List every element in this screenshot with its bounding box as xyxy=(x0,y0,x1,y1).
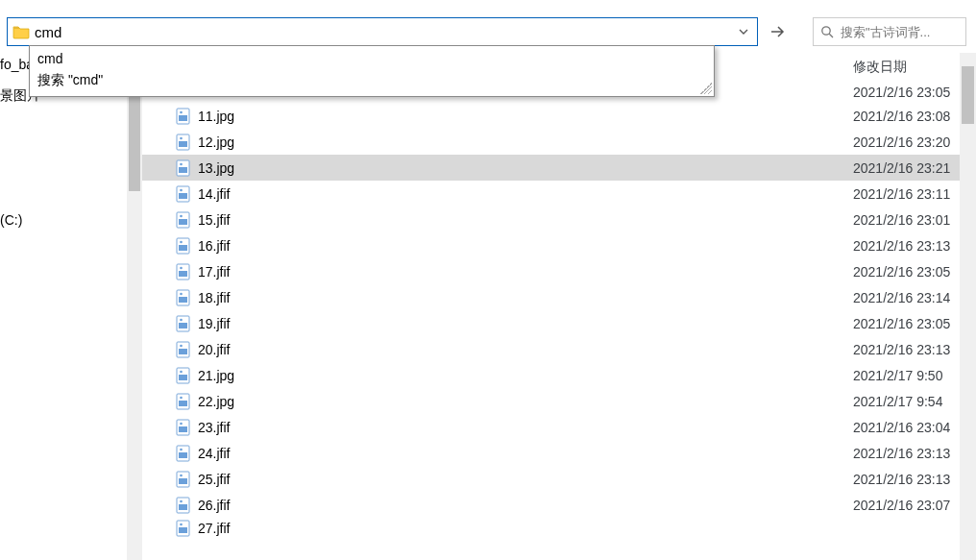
image-file-icon xyxy=(175,315,192,332)
nav-scrollbar[interactable] xyxy=(127,53,142,560)
image-file-icon xyxy=(175,497,192,514)
file-row[interactable]: 21.jpg2021/2/17 9:50 xyxy=(142,362,960,388)
svg-rect-8 xyxy=(179,167,187,173)
file-name: 19.jfif xyxy=(198,316,230,331)
go-button[interactable] xyxy=(761,17,793,46)
file-date: 2021/2/16 23:08 xyxy=(853,109,950,124)
file-name: 15.jfif xyxy=(198,212,230,228)
file-name: 16.jfif xyxy=(198,238,230,254)
file-date: 2021/2/16 23:13 xyxy=(853,446,950,461)
nav-item xyxy=(0,139,127,147)
image-file-icon xyxy=(175,185,192,203)
nav-item xyxy=(0,109,127,116)
file-row[interactable]: 11.jpg2021/2/16 23:08 xyxy=(142,103,960,129)
column-header-date[interactable]: 修改日期 xyxy=(853,59,907,76)
svg-rect-26 xyxy=(179,323,187,329)
image-file-icon xyxy=(175,341,192,358)
autocomplete-item[interactable]: cmd xyxy=(30,48,714,69)
file-row[interactable]: 22.jpg2021/2/17 9:54 xyxy=(142,388,960,414)
file-date: 2021/2/16 23:11 xyxy=(853,186,950,202)
file-date: 2021/2/16 23:13 xyxy=(853,238,950,254)
file-name: 11.jpg xyxy=(198,109,234,124)
svg-point-15 xyxy=(180,214,183,217)
image-file-icon xyxy=(175,134,192,151)
nav-item xyxy=(0,178,127,185)
search-input[interactable] xyxy=(841,25,965,39)
image-file-icon xyxy=(175,263,192,280)
file-row[interactable]: 23.jfif2021/2/16 23:04 xyxy=(142,414,960,440)
file-name: 12.jpg xyxy=(198,134,234,150)
scrollbar-thumb[interactable] xyxy=(962,66,974,124)
file-row[interactable]: 26.jfif2021/2/16 23:07 xyxy=(142,492,960,518)
address-bar[interactable] xyxy=(7,17,758,46)
file-name: 21.jpg xyxy=(198,368,234,383)
file-name: 18.jfif xyxy=(198,290,230,305)
file-date: 2021/2/16 23:05 xyxy=(853,316,950,331)
svg-rect-23 xyxy=(179,297,187,303)
svg-point-36 xyxy=(180,396,183,399)
image-file-icon xyxy=(175,159,192,177)
resize-grip-icon[interactable] xyxy=(700,83,712,94)
file-row[interactable]: 15.jfif2021/2/16 23:01 xyxy=(142,207,960,232)
image-file-icon xyxy=(175,289,192,306)
nav-item xyxy=(0,147,127,155)
autocomplete-item[interactable]: 搜索 "cmd" xyxy=(30,69,714,92)
file-date: 2021/2/16 23:21 xyxy=(853,160,950,176)
file-row[interactable]: 18.jfif2021/2/16 23:14 xyxy=(142,284,960,310)
svg-point-21 xyxy=(180,266,183,269)
file-row[interactable]: 13.jpg2021/2/16 23:21 xyxy=(142,155,960,181)
svg-rect-5 xyxy=(179,141,187,147)
image-file-icon xyxy=(175,419,192,436)
file-name: 25.jfif xyxy=(198,472,230,487)
file-date: 2021/2/16 23:13 xyxy=(853,472,950,487)
file-date: 2021/2/16 23:04 xyxy=(853,420,950,435)
svg-rect-41 xyxy=(179,452,187,458)
chevron-down-icon[interactable] xyxy=(730,18,757,45)
svg-rect-20 xyxy=(179,271,187,277)
file-date: 2021/2/16 23:07 xyxy=(853,498,950,513)
nav-item xyxy=(0,132,127,139)
file-row[interactable]: 25.jfif2021/2/16 23:13 xyxy=(142,466,960,492)
nav-item xyxy=(0,201,127,208)
file-date: 2021/2/16 23:14 xyxy=(853,290,950,305)
svg-rect-32 xyxy=(179,375,187,380)
file-row[interactable]: 20.jfif2021/2/16 23:13 xyxy=(142,336,960,362)
image-file-icon xyxy=(175,367,192,384)
address-input[interactable] xyxy=(31,22,730,42)
svg-rect-2 xyxy=(179,115,187,121)
image-file-icon xyxy=(175,520,192,537)
main-scrollbar[interactable] xyxy=(960,53,976,560)
file-name: 23.jfif xyxy=(198,420,230,435)
file-row[interactable]: 27.jfif xyxy=(142,518,960,539)
file-date: 2021/2/16 23:20 xyxy=(853,134,950,150)
file-row[interactable]: 14.jfif2021/2/16 23:11 xyxy=(142,181,960,207)
svg-rect-50 xyxy=(179,527,187,533)
svg-rect-35 xyxy=(179,401,187,406)
folder-icon xyxy=(12,22,31,41)
search-box[interactable] xyxy=(813,17,966,46)
nav-item[interactable]: (C:) xyxy=(0,208,127,231)
search-icon xyxy=(814,25,841,39)
file-row[interactable]: 19.jfif2021/2/16 23:05 xyxy=(142,310,960,336)
file-list-pane: 修改日期 2021/2/16 23:05 11.jpg2021/2/16 23:… xyxy=(142,53,960,560)
file-name: 24.jfif xyxy=(198,446,230,461)
nav-item xyxy=(0,170,127,178)
file-name: 22.jpg xyxy=(198,394,234,409)
file-row[interactable]: 24.jfif2021/2/16 23:13 xyxy=(142,440,960,466)
nav-item xyxy=(0,124,127,132)
file-row[interactable]: 12.jpg2021/2/16 23:20 xyxy=(142,129,960,155)
file-date: 2021/2/17 9:50 xyxy=(853,368,942,383)
svg-point-18 xyxy=(180,240,183,243)
file-row[interactable]: 16.jfif2021/2/16 23:13 xyxy=(142,232,960,258)
image-file-icon xyxy=(175,393,192,410)
svg-point-27 xyxy=(180,318,183,321)
svg-point-6 xyxy=(180,136,183,139)
file-row[interactable]: 17.jfif2021/2/16 23:05 xyxy=(142,258,960,284)
svg-rect-17 xyxy=(179,245,187,251)
svg-rect-38 xyxy=(179,426,187,432)
svg-point-9 xyxy=(180,162,183,165)
file-name: 17.jfif xyxy=(198,264,230,280)
image-file-icon xyxy=(175,211,192,229)
file-name: 14.jfif xyxy=(198,186,230,202)
svg-point-33 xyxy=(180,370,183,373)
